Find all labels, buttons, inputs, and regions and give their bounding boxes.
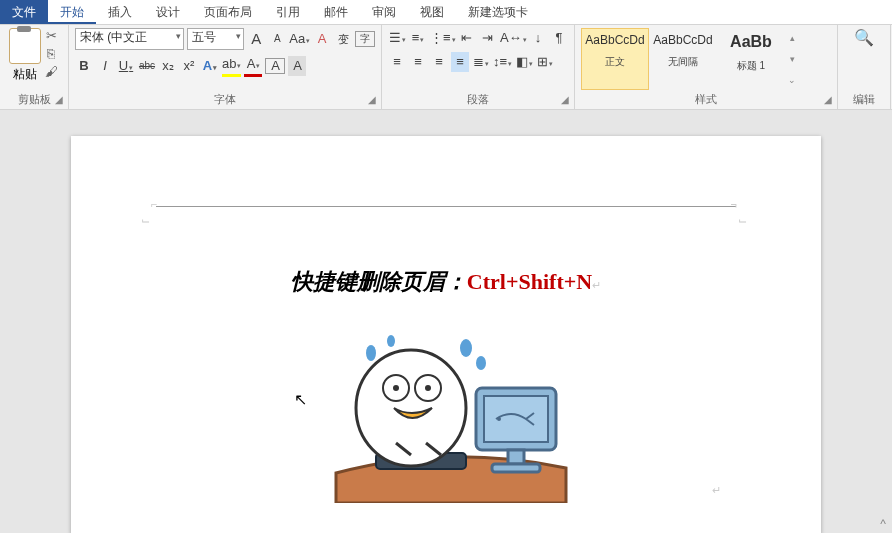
doc-text-shortcut: Ctrl+Shift+N xyxy=(467,269,592,294)
tab-view[interactable]: 视图 xyxy=(408,0,456,24)
group-font: 宋体 (中文正 五号 A A Aa A 变 字 B I U abc x₂ x² … xyxy=(69,25,382,109)
paragraph-launcher[interactable]: ◢ xyxy=(560,95,570,105)
style-name: 正文 xyxy=(582,55,648,69)
char-border-button[interactable]: A xyxy=(265,58,285,74)
cut-button[interactable]: ✂ xyxy=(43,28,59,44)
align-left-button[interactable]: ≡ xyxy=(388,52,406,72)
styles-launcher[interactable]: ◢ xyxy=(823,95,833,105)
document-area: ⌐ ¬ ⌙ ⌙ ↖ 快捷键删除页眉：Ctrl+Shift+N↵ xyxy=(0,110,892,533)
style-preview: AaBbCcDd xyxy=(582,33,648,47)
change-case-button[interactable]: Aa xyxy=(289,29,310,49)
text-effect-button[interactable]: A xyxy=(201,56,219,76)
collapse-ribbon-button[interactable]: ^ xyxy=(880,517,886,531)
cursor-icon: ↖ xyxy=(294,390,307,409)
sort-button[interactable]: ↓ xyxy=(529,28,547,48)
crop-mark-icon: ⌙ xyxy=(141,214,150,227)
align-center-button[interactable]: ≡ xyxy=(409,52,427,72)
italic-button[interactable]: I xyxy=(96,56,114,76)
align-right-button[interactable]: ≡ xyxy=(430,52,448,72)
char-shading-button[interactable]: A xyxy=(288,56,306,76)
paste-label: 粘贴 xyxy=(9,66,41,83)
justify-button[interactable]: ≡ xyxy=(451,52,469,72)
styles-scroller[interactable]: ▴▾⌄ xyxy=(785,28,799,90)
tab-review[interactable]: 审阅 xyxy=(360,0,408,24)
enclose-char-button[interactable]: 字 xyxy=(355,31,375,47)
tab-design[interactable]: 设计 xyxy=(144,0,192,24)
font-size-select[interactable]: 五号 xyxy=(187,28,245,50)
style-name: 标题 1 xyxy=(718,59,784,73)
svg-point-11 xyxy=(366,345,376,361)
superscript-button[interactable]: x² xyxy=(180,56,198,76)
tab-references[interactable]: 引用 xyxy=(264,0,312,24)
corner-mark-icon: ¬ xyxy=(731,198,737,210)
tab-mailings[interactable]: 邮件 xyxy=(312,0,360,24)
copy-button[interactable]: ⎘ xyxy=(43,46,59,62)
style-preview: AaBb xyxy=(718,33,784,51)
tab-layout[interactable]: 页面布局 xyxy=(192,0,264,24)
shrink-font-button[interactable]: A xyxy=(268,29,286,49)
phonetic-button[interactable]: 变 xyxy=(334,29,352,49)
highlight-button[interactable]: ab xyxy=(222,54,241,77)
font-launcher[interactable]: ◢ xyxy=(367,95,377,105)
borders-button[interactable]: ⊞ xyxy=(536,52,554,72)
format-painter-button[interactable]: 🖌 xyxy=(43,64,59,80)
shading-button[interactable]: ◧ xyxy=(515,52,533,72)
underline-button[interactable]: U xyxy=(117,56,135,76)
svg-point-1 xyxy=(356,350,466,466)
group-styles: AaBbCcDd 正文 AaBbCcDd 无间隔 AaBb 标题 1 ▴▾⌄ 样… xyxy=(575,25,838,109)
font-color-button[interactable]: A xyxy=(244,54,262,77)
group-editing: 🔍 编辑 xyxy=(838,25,891,109)
crop-mark-icon: ⌙ xyxy=(738,214,747,227)
svg-point-13 xyxy=(460,339,472,357)
cartoon-image xyxy=(316,313,576,503)
bold-button[interactable]: B xyxy=(75,56,93,76)
svg-rect-10 xyxy=(492,464,540,472)
tab-insert[interactable]: 插入 xyxy=(96,0,144,24)
multilevel-button[interactable]: ⋮≡ xyxy=(430,28,455,48)
paragraph-mark-icon: ↵ xyxy=(592,279,601,291)
ltr-button[interactable]: A↔ xyxy=(500,28,526,48)
clear-format-button[interactable]: A xyxy=(313,29,331,49)
tab-new[interactable]: 新建选项卡 xyxy=(456,0,540,24)
numbering-button[interactable]: ≡ xyxy=(409,28,427,48)
group-label-paragraph: 段落 xyxy=(467,92,489,107)
style-name: 无间隔 xyxy=(650,55,716,69)
tab-home[interactable]: 开始 xyxy=(48,0,96,24)
paragraph-mark-icon: ↵ xyxy=(712,484,721,497)
group-label-clipboard: 剪贴板 xyxy=(18,92,51,107)
page[interactable]: ⌐ ¬ ⌙ ⌙ ↖ 快捷键删除页眉：Ctrl+Shift+N↵ xyxy=(71,136,821,533)
svg-rect-9 xyxy=(508,450,524,464)
strikethrough-button[interactable]: abc xyxy=(138,56,156,76)
style-preview: AaBbCcDd xyxy=(650,33,716,47)
svg-rect-7 xyxy=(484,396,548,442)
svg-point-4 xyxy=(393,385,399,391)
svg-point-14 xyxy=(476,356,486,370)
grow-font-button[interactable]: A xyxy=(247,29,265,49)
doc-text-label: 快捷键删除页眉： xyxy=(291,269,467,294)
corner-mark-icon: ⌐ xyxy=(151,198,157,210)
clipboard-launcher[interactable]: ◢ xyxy=(54,95,64,105)
paste-button[interactable]: 粘贴 xyxy=(9,28,41,83)
group-label-styles: 样式 xyxy=(695,92,717,107)
increase-indent-button[interactable]: ⇥ xyxy=(479,28,497,48)
subscript-button[interactable]: x₂ xyxy=(159,56,177,76)
clipboard-icon xyxy=(9,28,41,64)
group-paragraph: ☰ ≡ ⋮≡ ⇤ ⇥ A↔ ↓ ¶ ≡ ≡ ≡ ≡ ≣ ↕≡ ◧ ⊞ 段落 ◢ xyxy=(382,25,575,109)
line-spacing-button[interactable]: ↕≡ xyxy=(493,52,512,72)
svg-point-5 xyxy=(425,385,431,391)
group-label-editing: 编辑 xyxy=(853,92,875,107)
group-label-font: 字体 xyxy=(214,92,236,107)
style-heading1[interactable]: AaBb 标题 1 xyxy=(717,28,785,90)
tab-file[interactable]: 文件 xyxy=(0,0,48,24)
bullets-button[interactable]: ☰ xyxy=(388,28,406,48)
show-marks-button[interactable]: ¶ xyxy=(550,28,568,48)
find-button[interactable]: 🔍 xyxy=(854,28,874,48)
svg-point-8 xyxy=(497,417,501,421)
font-name-select[interactable]: 宋体 (中文正 xyxy=(75,28,184,50)
svg-point-12 xyxy=(387,335,395,347)
group-clipboard: 粘贴 ✂ ⎘ 🖌 剪贴板 ◢ xyxy=(0,25,69,109)
decrease-indent-button[interactable]: ⇤ xyxy=(458,28,476,48)
style-nospacing[interactable]: AaBbCcDd 无间隔 xyxy=(649,28,717,90)
distribute-button[interactable]: ≣ xyxy=(472,52,490,72)
style-normal[interactable]: AaBbCcDd 正文 xyxy=(581,28,649,90)
